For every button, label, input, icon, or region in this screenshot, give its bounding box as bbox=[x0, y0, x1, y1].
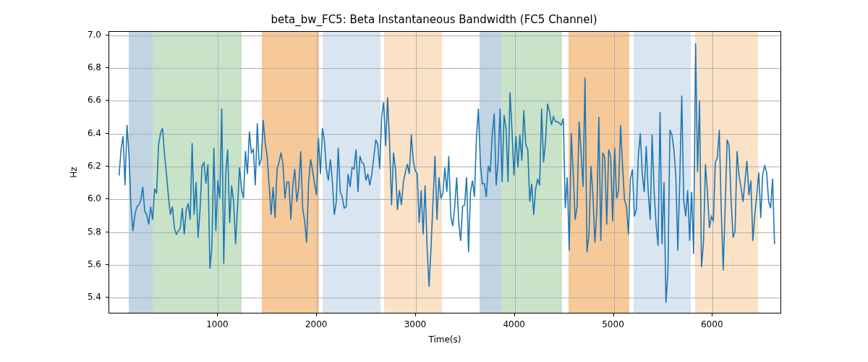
y-tick-label: 6.0 bbox=[88, 193, 101, 203]
y-tick-label: 7.0 bbox=[88, 30, 101, 40]
x-tick-label: 6000 bbox=[701, 319, 723, 329]
y-axis-label: Hz bbox=[69, 167, 79, 177]
series-line bbox=[119, 43, 775, 303]
x-tick-label: 1000 bbox=[206, 319, 229, 329]
x-axis-label: Time(s) bbox=[109, 334, 781, 345]
x-tick-label: 3000 bbox=[404, 319, 427, 329]
line-plot-svg bbox=[109, 32, 780, 313]
x-tick-label: 2000 bbox=[305, 319, 328, 329]
chart-title: beta_bw_FC5: Beta Instantaneous Bandwidt… bbox=[0, 13, 868, 26]
plot-area bbox=[109, 31, 781, 313]
figure: beta_bw_FC5: Beta Instantaneous Bandwidt… bbox=[0, 0, 868, 362]
y-tick-label: 5.8 bbox=[88, 227, 101, 237]
x-tick-label: 5000 bbox=[602, 319, 624, 329]
y-tick-label: 6.6 bbox=[88, 95, 101, 105]
y-tick-label: 6.4 bbox=[88, 128, 101, 138]
y-tick-label: 6.2 bbox=[88, 161, 101, 171]
y-tick-label: 6.8 bbox=[88, 62, 101, 72]
y-tick-label: 5.6 bbox=[88, 259, 101, 269]
y-tick-label: 5.4 bbox=[88, 292, 101, 302]
x-tick-label: 4000 bbox=[503, 319, 525, 329]
